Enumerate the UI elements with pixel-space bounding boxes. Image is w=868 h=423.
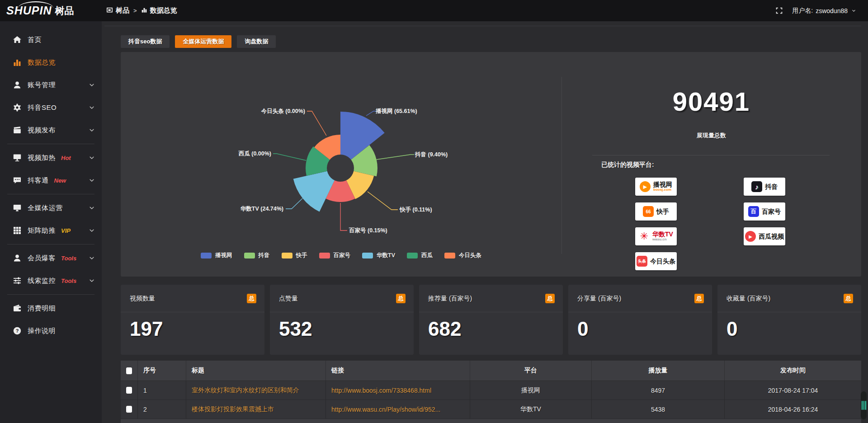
legend-swatch [407,253,418,258]
chevron-down-icon [89,155,95,161]
topbar: SHUPIN 树品 树品 > 数据总览 用户名: zswodun88 [0,0,868,21]
sidebar-item-douketong[interactable]: 抖客通New [0,169,102,192]
sidebar-item-video-heating[interactable]: 视频加热Hot [0,146,102,169]
chevron-down-icon [89,277,95,284]
pie-label: 抖音 (9.40%) [415,151,448,158]
sidebar-divider [7,294,94,295]
sidebar: 首页数据总览账号管理抖音SEO视频发布视频加热Hot抖客通New全媒体运营矩阵助… [0,21,102,423]
sidebar-item-label: 会员爆客 [28,254,56,263]
legend-item-1[interactable]: 抖音 [244,252,270,259]
table-header-cell: 链接 [326,361,470,381]
sidebar-item-label: 账号管理 [28,81,56,89]
tab-douyin-seo-data[interactable]: 抖音seo数据 [121,35,170,48]
stat-card-header: 分享量 (百家号)总 [568,285,712,312]
platform-sub: wasu.cn [652,238,673,241]
chevron-down-icon [89,255,95,261]
sidebar-divider [7,244,94,244]
platform-badge-xigua: ▶西瓜视频 [744,227,785,245]
stat-card-value: 0 [568,312,712,340]
legend-item-2[interactable]: 快手 [282,252,307,259]
table-checkbox-cell [121,381,138,400]
sidebar-item-douyin-seo[interactable]: 抖音SEO [0,96,102,119]
platform-badge-text: 今日头条 [650,258,675,265]
table-header-cell: 序号 [138,361,186,381]
platform-badge-text: 百家号 [762,208,781,215]
main-content: 抖音seo数据全媒体运营数据询盘数据 播视网 (65.61%)抖音 (9.40%… [102,21,868,423]
sidebar-item-consumption-detail[interactable]: 消费明细 [0,297,102,320]
table-header-cell: 发布时间 [725,361,861,381]
chevron-down-icon [851,8,856,13]
tab-inquiry-data[interactable]: 询盘数据 [237,35,276,48]
sidebar-item-matrix-boost[interactable]: 矩阵助推VIP [0,219,102,242]
cell-title[interactable]: 楼体投影灯投影效果震撼上市 [186,400,326,418]
tab-omni-media-data[interactable]: 全媒体运营数据 [175,35,231,48]
stat-card-header: 视频数量总 [121,285,264,312]
row-checkbox[interactable] [126,406,132,413]
sidebar-item-member-burst[interactable]: 会员爆客Tools [0,247,102,269]
legend-label: 播视网 [215,252,232,259]
pie-label-line [340,203,347,230]
pie-label: 百家号 (0.15%) [349,227,387,234]
legend-label: 快手 [296,252,307,259]
breadcrumb-item-shupin[interactable]: 树品 [106,6,129,15]
platform-name: 今日头条 [650,258,675,265]
legend-item-4[interactable]: 华数TV [362,252,395,259]
table-row-1: 1室外水纹灯和室内水纹灯的区别和简介http://www.boosj.com/7… [121,381,861,400]
breadcrumb-item-data-overview[interactable]: 数据总览 [141,6,177,15]
sidebar-item-label: 抖音SEO [28,103,57,112]
legend-item-0[interactable]: 播视网 [201,252,232,259]
breadcrumb: 树品 > 数据总览 [106,6,177,15]
user-menu[interactable]: 用户名: zswodun88 [792,7,856,15]
sidebar-item-label: 操作说明 [28,327,56,335]
stat-card-value: 0 [717,312,861,340]
xigua-logo-icon: ▶ [745,231,756,242]
stat-card-title: 分享量 (百家号) [577,295,621,303]
cell-link[interactable]: http://www.wasu.cn/Play/show/id/952... [326,400,470,418]
platform-name: 抖音 [765,183,778,190]
sidebar-item-video-publish[interactable]: 视频发布 [0,119,102,141]
cell-time: 2017-08-24 17:04 [725,381,861,400]
boosj-logo-icon: ▶ [640,181,651,192]
sidebar-divider [7,194,94,194]
wallet-icon [13,304,22,313]
fullscreen-icon[interactable] [775,7,783,14]
sidebar-item-label: 视频发布 [28,126,56,135]
stat-card-value: 197 [121,312,264,340]
sidebar-item-omni-media[interactable]: 全媒体运营 [0,197,102,219]
stat-card-value: 682 [419,312,563,340]
sidebar-item-tag: Hot [61,155,71,161]
sidebar-item-lead-monitor[interactable]: 线索监控Tools [0,269,102,292]
cell-plays: 8497 [592,381,725,400]
cell-title[interactable]: 室外水纹灯和室内水纹灯的区别和简介 [186,381,326,400]
sidebar-item-home[interactable]: 首页 [0,28,102,51]
select-all-checkbox[interactable] [126,367,132,374]
pie-label-line [366,111,376,116]
sidebar-item-data-overview[interactable]: 数据总览 [0,51,102,74]
table-header-cell: 播放量 [592,361,725,381]
floating-scrollbar[interactable] [861,391,867,419]
cell-link[interactable]: http://www.boosj.com/7338468.html [326,381,470,400]
cell-index: 1 [138,381,186,400]
sidebar-item-tag: VIP [61,227,71,234]
header-divider [104,26,861,26]
cell-index: 2 [138,400,186,418]
table-header-checkbox-cell [121,361,138,381]
cell-plays: 5438 [592,400,725,418]
platform-badge-kuaishou: 66快手 [635,202,677,221]
platform-name: 播视网 [653,181,672,188]
douyin-logo-icon: ♪ [751,181,762,192]
stat-card-header: 点赞量总 [270,285,414,312]
legend-item-5[interactable]: 西瓜 [407,252,433,259]
row-checkbox[interactable] [126,387,132,394]
bar-chart-icon [141,7,147,14]
legend-item-3[interactable]: 百家号 [319,252,351,259]
sidebar-item-tag: Tools [61,277,76,284]
sidebar-item-account-management[interactable]: 账号管理 [0,74,102,96]
sidebar-item-operation-guide[interactable]: ?操作说明 [0,320,102,342]
legend-item-6[interactable]: 今日头条 [444,252,481,259]
pie-label-line [377,155,414,160]
sidebar-item-label: 全媒体运营 [28,204,63,212]
stat-card-title: 点赞量 [279,295,298,303]
platform-badge-boosj: ▶播视网boosj.com [635,178,677,196]
breadcrumb-label: 数据总览 [150,6,177,15]
